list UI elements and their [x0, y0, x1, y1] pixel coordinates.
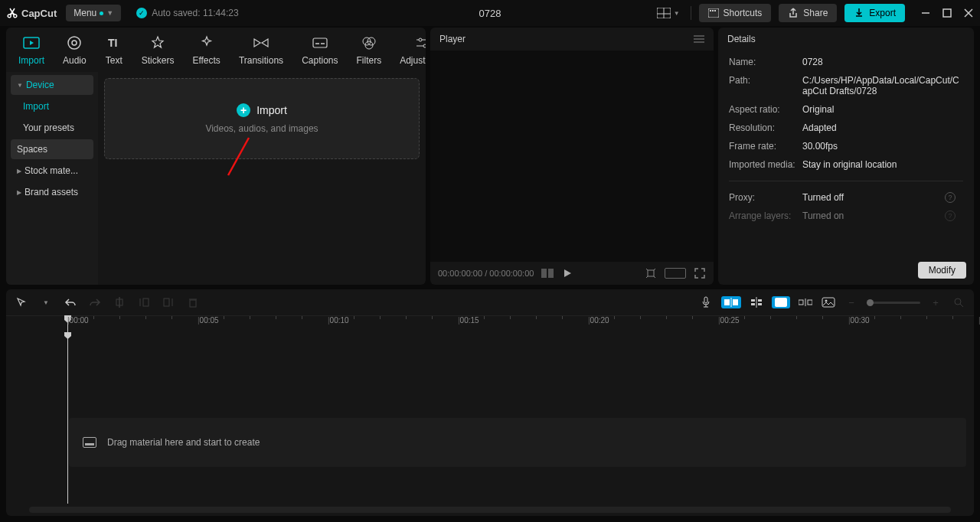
svg-point-57	[955, 299, 961, 305]
close-button[interactable]	[963, 8, 974, 18]
delete-tool[interactable]	[185, 295, 201, 310]
divider	[691, 6, 691, 20]
details-title: Details	[727, 34, 756, 44]
sidebar-item-import[interactable]: Import	[11, 96, 93, 116]
timeline-scrollbar[interactable]	[29, 507, 951, 513]
scale-icon[interactable]	[645, 267, 657, 279]
svg-rect-43	[724, 299, 730, 305]
share-button[interactable]: Share	[779, 4, 837, 22]
svg-rect-51	[775, 298, 787, 307]
svg-rect-33	[648, 270, 654, 276]
svg-rect-5	[712, 10, 714, 11]
zoom-fit-button[interactable]	[951, 295, 966, 310]
stickers-icon	[149, 35, 167, 51]
tab-captions[interactable]: Captions	[294, 31, 345, 72]
svg-rect-42	[704, 297, 707, 303]
sidebar-item-stock[interactable]: ▶Stock mate...	[11, 161, 93, 181]
tab-filters[interactable]: Filters	[349, 31, 390, 72]
help-icon[interactable]: ?	[945, 210, 956, 221]
detail-path: Path:C:/Users/HP/AppData/Local/CapCut/Ca…	[729, 75, 963, 96]
player-time: 00:00:00:00 / 00:00:00:00	[438, 269, 534, 278]
share-icon	[788, 8, 799, 18]
minimize-button[interactable]	[920, 8, 931, 18]
trim-tool[interactable]	[798, 295, 813, 310]
titlebar: CapCut Menu ▼ ✓ Auto saved: 11:44:23 072…	[0, 0, 980, 26]
captions-icon	[311, 35, 329, 51]
split-tool[interactable]	[112, 295, 127, 310]
svg-text:TI: TI	[108, 37, 117, 49]
chevron-down-icon[interactable]: ▼	[38, 295, 54, 310]
zoom-in-button[interactable]: +	[928, 295, 943, 310]
timeline-panel: ▼ − + |00:00|00:05|00:10|00:15|00:20|00:…	[6, 289, 974, 516]
svg-rect-36	[143, 299, 149, 306]
details-header: Details	[718, 28, 974, 51]
play-button[interactable]	[561, 267, 573, 279]
svg-rect-38	[164, 299, 169, 306]
tab-transitions[interactable]: Transitions	[231, 31, 291, 72]
modify-button[interactable]: Modify	[918, 262, 966, 279]
delete-left-tool[interactable]	[136, 295, 152, 310]
import-subtitle: Videos, audios, and images	[205, 123, 318, 134]
ruler-label: |00:05	[198, 316, 219, 325]
align-tool[interactable]	[749, 295, 764, 310]
ruler-label: |00:15	[458, 316, 479, 325]
layout-icon	[657, 8, 671, 18]
ratio-indicator[interactable]	[665, 268, 686, 279]
svg-marker-32	[564, 269, 571, 277]
caret-down-icon: ▼	[17, 82, 23, 89]
sidebar-item-spaces[interactable]: Spaces	[11, 139, 93, 159]
media-icon	[83, 437, 96, 448]
import-dropzone[interactable]: + Import Videos, audios, and images	[104, 78, 420, 159]
tab-text[interactable]: TI Text	[97, 31, 131, 72]
audio-icon	[65, 35, 83, 51]
maximize-button[interactable]	[942, 8, 952, 18]
tab-import[interactable]: Import	[11, 31, 52, 72]
sidebar-item-presets[interactable]: Your presets	[11, 118, 93, 138]
cover-tool[interactable]	[821, 295, 836, 310]
help-icon[interactable]: ?	[945, 192, 956, 203]
sidebar-item-brand[interactable]: ▶Brand assets	[11, 182, 93, 202]
tab-audio[interactable]: Audio	[55, 31, 94, 72]
layout-button[interactable]: ▼	[654, 5, 683, 21]
undo-button[interactable]	[63, 295, 78, 310]
shortcuts-button[interactable]: Shortcuts	[699, 4, 772, 22]
snap-toggle[interactable]	[721, 296, 741, 308]
source-sidebar: ▼Device Import Your presets Spaces ▶Stoc…	[6, 72, 98, 285]
ruler-label: |00:00	[67, 316, 89, 325]
compare-icon[interactable]	[541, 267, 554, 279]
svg-rect-6	[714, 10, 716, 11]
chevron-down-icon: ▼	[106, 9, 113, 17]
ruler-label: |00:10	[328, 316, 349, 325]
zoom-slider[interactable]	[867, 302, 920, 304]
svg-rect-48	[758, 299, 762, 302]
svg-point-23	[419, 38, 422, 41]
transitions-icon	[252, 35, 270, 51]
svg-rect-40	[190, 300, 196, 307]
panel-menu-icon[interactable]	[694, 34, 704, 44]
app-name: CapCut	[21, 8, 57, 19]
tab-adjustment[interactable]: Adjustment	[392, 31, 426, 72]
menu-button[interactable]: Menu ▼	[66, 5, 121, 21]
svg-point-25	[423, 44, 426, 47]
fullscreen-icon[interactable]	[694, 267, 706, 279]
svg-rect-55	[822, 298, 835, 307]
divider	[729, 181, 963, 181]
zoom-out-button[interactable]: −	[844, 295, 859, 310]
detail-name: Name:0728	[729, 57, 963, 67]
tab-effects[interactable]: Effects	[185, 31, 227, 72]
redo-button[interactable]	[87, 295, 103, 310]
timeline-tracks[interactable]: Drag material here and start to create	[6, 332, 974, 504]
tab-stickers[interactable]: Stickers	[134, 31, 182, 72]
delete-right-tool[interactable]	[161, 295, 176, 310]
timeline-ruler[interactable]: |00:00|00:05|00:10|00:15|00:20|00:25|00:…	[6, 315, 974, 332]
sidebar-item-device[interactable]: ▼Device	[11, 75, 93, 95]
preview-toggle[interactable]	[772, 296, 790, 308]
select-tool[interactable]	[14, 295, 29, 310]
titlebar-right: ▼ Shortcuts Share Export	[654, 4, 974, 22]
menu-dot-icon	[100, 11, 103, 15]
mic-button[interactable]	[698, 295, 714, 310]
window-controls	[920, 8, 974, 18]
export-button[interactable]: Export	[844, 4, 905, 22]
detail-resolution: Resolution:Adapted	[729, 122, 963, 133]
filters-icon	[360, 35, 378, 51]
